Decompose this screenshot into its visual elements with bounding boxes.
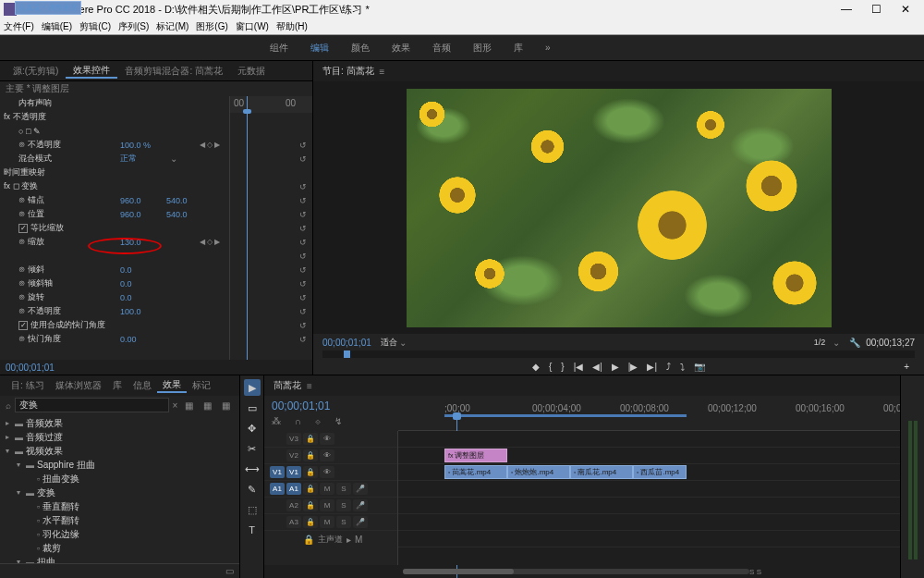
tool-button[interactable]: ▭	[244, 400, 261, 416]
property-value[interactable]: 0.0	[120, 279, 166, 289]
fx-mini-timeline[interactable]: 00 00	[229, 96, 312, 360]
tool-button[interactable]: ▶	[244, 379, 261, 396]
workspace-overflow[interactable]: »	[534, 43, 562, 53]
step-back-icon[interactable]: ◀|	[592, 362, 602, 372]
property-value[interactable]: 960.0	[120, 210, 166, 219]
toggle-output[interactable]: 👁	[320, 433, 334, 445]
track-lane[interactable]	[398, 514, 900, 531]
tree-effect[interactable]: ▫扭曲变换	[0, 472, 239, 486]
solo-icon[interactable]: S	[336, 483, 351, 495]
program-scrub-bar[interactable]	[322, 350, 915, 358]
source-tab[interactable]: 音频剪辑混合器: 茼蒿花	[117, 65, 230, 78]
track-target[interactable]: A1	[286, 483, 301, 495]
track-lane[interactable]	[398, 431, 900, 448]
track-lane[interactable]: ▫茼蒿花.mp4▫炮炮炮.mp4▫南瓜花.mp4▫西瓜苗.mp4	[398, 464, 900, 481]
workspace-tab[interactable]: 效果	[381, 42, 421, 55]
track-lane[interactable]: fx调整图层	[398, 448, 900, 464]
track-content[interactable]: fx调整图层▫茼蒿花.mp4▫炮炮炮.mp4▫南瓜花.mp4▫西瓜苗.mp4	[398, 431, 900, 565]
toggle-output[interactable]: 👁	[320, 466, 334, 478]
property-value[interactable]: 100.0	[120, 307, 166, 316]
tool-button[interactable]: ✥	[244, 420, 261, 437]
clear-search-icon[interactable]: ×	[173, 400, 178, 411]
project-tab[interactable]: 信息	[128, 379, 157, 392]
property-value[interactable]: 960.0	[120, 196, 166, 205]
track-target[interactable]: A2	[286, 499, 301, 511]
tree-folder[interactable]: ▾▬变换	[0, 486, 239, 499]
tool-button[interactable]: T	[244, 522, 261, 538]
tree-effect[interactable]: ▫垂直翻转	[0, 499, 239, 513]
workspace-tab[interactable]: 编辑	[299, 42, 340, 55]
program-timecode[interactable]: 00;00;01;01	[322, 338, 371, 348]
sequence-name[interactable]: 茼蒿花	[274, 379, 301, 392]
lock-icon[interactable]: 🔒	[303, 516, 318, 528]
timeline-zoom-bar[interactable]	[403, 569, 749, 574]
project-tab[interactable]: 库	[107, 379, 128, 392]
track-lane[interactable]	[398, 531, 900, 547]
timeline-clip[interactable]: ▫茼蒿花.mp4	[444, 465, 507, 479]
property-value[interactable]: 100.0 %	[120, 141, 166, 150]
workspace-tab[interactable]: 音频	[421, 42, 462, 55]
voice-icon[interactable]: 🎤	[353, 483, 368, 495]
step-fwd-icon[interactable]: |▶	[628, 362, 638, 372]
lift-icon[interactable]: ⤴	[666, 362, 671, 372]
play-icon[interactable]: ▶	[612, 362, 619, 372]
track-target[interactable]: V2	[286, 449, 301, 461]
lock-icon[interactable]: 🔒	[303, 499, 318, 511]
voice-icon[interactable]: 🎤	[353, 499, 368, 511]
tree-folder[interactable]: ▸▬音频效果	[0, 416, 239, 430]
lock-icon[interactable]: 🔒	[303, 466, 318, 478]
checkbox[interactable]	[18, 321, 28, 330]
property-value[interactable]: 540.0	[166, 210, 188, 219]
fx-clip-link[interactable]: 茼蒿花 * 调整图层	[15, 1, 81, 15]
project-tab[interactable]: 效果	[157, 378, 187, 393]
keyframe-nav[interactable]: ◀ ◇ ▶	[200, 141, 220, 149]
track-lane[interactable]	[398, 498, 900, 514]
timeline-ruler[interactable]: ;00;0000;00;04;0000;00;08;0000;00;12;000…	[398, 396, 900, 431]
timeline-clip[interactable]: ▫炮炮炮.mp4	[507, 465, 570, 479]
property-value[interactable]: 130.0	[120, 238, 166, 247]
wrench-icon[interactable]: 🔧	[849, 338, 860, 348]
menu-item[interactable]: 帮助(H)	[276, 20, 308, 33]
audio-track-header[interactable]: A2🔒MS🎤	[264, 498, 397, 514]
add-marker-icon[interactable]: ◆	[532, 362, 540, 372]
fx-timecode[interactable]: 00;00;01;01	[0, 360, 312, 375]
scrub-playhead[interactable]	[344, 350, 350, 358]
solo-icon[interactable]: S	[336, 516, 351, 528]
work-area-bar[interactable]	[444, 414, 687, 417]
source-tab[interactable]: 元数据	[230, 65, 273, 78]
workspace-tab[interactable]: 图形	[462, 42, 503, 55]
toggle-output[interactable]: 👁	[320, 449, 334, 461]
tool-button[interactable]: ⟷	[244, 461, 261, 477]
panel-menu-icon[interactable]: ≡	[307, 381, 312, 391]
project-tab[interactable]: 媒体浏览器	[50, 379, 107, 392]
workspace-tab[interactable]: 颜色	[340, 42, 381, 55]
menu-item[interactable]: 标记(M)	[156, 20, 188, 33]
property-value[interactable]: 0.0	[120, 293, 166, 302]
timeline-option-icons[interactable]: ⁂ ∩ ⟐ ↯	[272, 416, 391, 426]
tree-effect[interactable]: ▫羽化边缘	[0, 527, 239, 541]
tool-button[interactable]: ⬚	[244, 501, 261, 518]
property-value[interactable]: 540.0	[166, 196, 188, 205]
fx-playhead[interactable]	[247, 96, 248, 360]
zoom-handle[interactable]	[403, 569, 514, 574]
add-button-icon[interactable]: +	[904, 362, 909, 372]
source-patch[interactable]: A1	[270, 483, 285, 495]
new-bin-icon[interactable]: ▭	[225, 566, 234, 576]
video-track-header[interactable]: V2🔒👁	[264, 448, 397, 464]
mute-icon[interactable]: M	[320, 499, 334, 511]
track-target[interactable]: V1	[286, 466, 301, 478]
menu-item[interactable]: 文件(F)	[4, 20, 34, 33]
mark-in-icon[interactable]: {	[549, 362, 552, 372]
source-tab[interactable]: 效果控件	[66, 64, 117, 79]
tree-folder[interactable]: ▸▬音频过渡	[0, 430, 239, 444]
tree-folder[interactable]: ▾▬扭曲	[0, 555, 239, 563]
property-value[interactable]: 0.0	[120, 265, 166, 275]
mark-out-icon[interactable]: }	[561, 362, 564, 372]
lock-icon[interactable]: 🔒	[303, 483, 318, 495]
property-value[interactable]: 正常	[120, 153, 166, 165]
maximize-button[interactable]: ☐	[867, 3, 885, 16]
program-monitor[interactable]	[313, 81, 924, 334]
solo-icon[interactable]: S	[336, 499, 351, 511]
keyframe-nav[interactable]: ◀ ◇ ▶	[200, 238, 220, 246]
project-tab[interactable]: 标记	[187, 379, 216, 392]
